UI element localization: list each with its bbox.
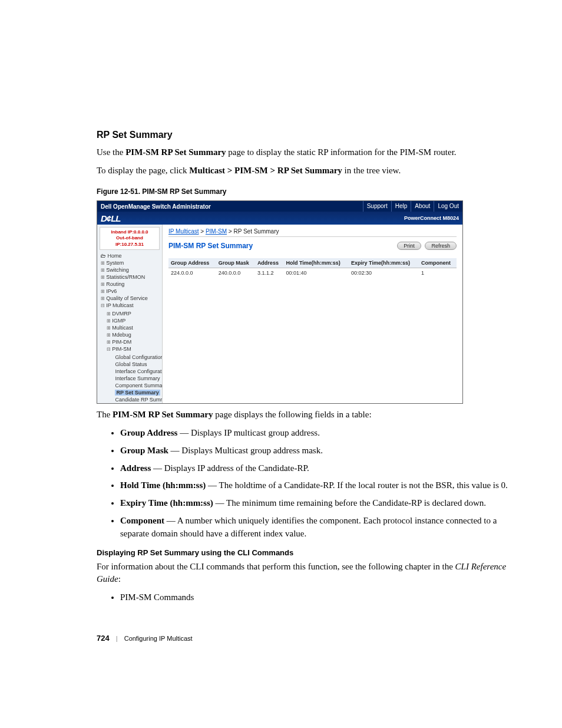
td-expiry-time: 00:02:30 [349, 268, 419, 278]
nav-paragraph: To display the page, click Multicast > P… [97, 164, 510, 177]
th-group-mask: Group Mask [216, 258, 255, 268]
cli-bullet: PIM-SM Commands [120, 591, 510, 604]
field-group-mask: Group Mask — Displays Multicast group ad… [120, 444, 510, 457]
crumb-pimsm[interactable]: PIM-SM [206, 228, 227, 235]
tree-dvmrp[interactable]: DVMRP [107, 310, 162, 317]
tree-routing[interactable]: Routing [101, 281, 162, 288]
after-pre: The [97, 410, 113, 419]
page-footer: 724 | Configuring IP Multicast [97, 634, 510, 643]
tree-stats[interactable]: Statistics/RMON [101, 274, 162, 281]
dell-logo: D¢LL [101, 213, 121, 223]
field-list: Group Address — Displays IP multicast gr… [97, 427, 510, 540]
nav-help[interactable]: Help [391, 201, 411, 212]
nav-support[interactable]: Support [363, 201, 391, 212]
tree-interface-summary[interactable]: Interface Summary [113, 375, 162, 382]
tree-ipv6[interactable]: IPv6 [101, 288, 162, 295]
field-expiry-time: Expiry Time (hh:mm:ss) — The minimum tim… [120, 497, 510, 510]
screenshot: Dell OpenManage Switch Administrator Sup… [97, 200, 463, 404]
print-button[interactable]: Print [397, 242, 421, 250]
tree-mdebug[interactable]: Mdebug [107, 331, 162, 338]
tree-system[interactable]: System [101, 259, 162, 266]
tree-component-summary[interactable]: Component Summary [113, 382, 162, 389]
content-page-title: PIM-SM RP Set Summary [168, 242, 253, 250]
tree-pimsm[interactable]: PIM-SM [107, 345, 162, 353]
crumb-current: RP Set Summary [233, 228, 279, 235]
tree-igmp[interactable]: IGMP [107, 317, 162, 324]
nav-post: in the tree view. [342, 166, 401, 175]
tree-multicast[interactable]: Multicast [107, 324, 162, 331]
nav-bold: Multicast > PIM-SM > RP Set Summary [189, 166, 342, 175]
after-shot-paragraph: The PIM-SM RP Set Summary page displays … [97, 409, 510, 421]
tree-global-config[interactable]: Global Configuration [113, 354, 162, 361]
breadcrumb: IP Multicast > PIM-SM > RP Set Summary [168, 228, 457, 237]
intro-paragraph: Use the PIM-SM RP Set Summary page to di… [97, 146, 510, 159]
td-address: 3.1.1.2 [255, 268, 284, 278]
tree-home[interactable]: 🗁 Home [101, 252, 162, 259]
tree-qos[interactable]: Quality of Service [101, 295, 162, 302]
footer-chapter: Configuring IP Multicast [124, 635, 193, 642]
nav-logout[interactable]: Log Out [434, 201, 462, 212]
tree-switching[interactable]: Switching [101, 266, 162, 274]
tree-candidate-rp[interactable]: Candidate RP Summ [113, 396, 162, 403]
after-bold: PIM-SM RP Set Summary [113, 410, 213, 419]
oob-ip: Out-of-band IP:10.27.5.31 [103, 235, 157, 248]
cli-heading: Displaying RP Set Summary using the CLI … [97, 548, 510, 557]
nav-tree: Inband IP:0.0.0.0 Out-of-band IP:10.27.5… [97, 225, 163, 403]
crumb-ipmulticast[interactable]: IP Multicast [168, 228, 199, 235]
app-title: Dell OpenManage Switch Administrator [97, 203, 211, 210]
th-address: Address [255, 258, 284, 268]
td-group-address: 224.0.0.0 [168, 268, 216, 278]
nav-about[interactable]: About [411, 201, 434, 212]
refresh-button[interactable]: Refresh [425, 242, 457, 250]
tree-global-status[interactable]: Global Status [113, 361, 162, 368]
tree-interface-config[interactable]: Interface Configuration [113, 368, 162, 375]
th-group-address: Group Address [168, 258, 216, 268]
cli-pre: For information about the CLI commands t… [97, 562, 455, 571]
ip-info-box: Inband IP:0.0.0.0 Out-of-band IP:10.27.5… [100, 227, 160, 250]
section-title: RP Set Summary [97, 130, 510, 140]
intro-post: page to display the static RP informatio… [226, 147, 457, 157]
field-component: Component — A number which uniquely iden… [120, 515, 510, 541]
rp-set-table: Group Address Group Mask Address Hold Ti… [168, 258, 457, 278]
field-address: Address — Displays IP address of the Can… [120, 462, 510, 475]
inband-ip: Inband IP:0.0.0.0 [103, 229, 157, 235]
td-group-mask: 240.0.0.0 [216, 268, 255, 278]
page-number: 724 [97, 634, 110, 643]
field-hold-time: Hold Time (hh:mm:ss) — The holdtime of a… [120, 479, 510, 492]
td-hold-time: 00:01:40 [283, 268, 349, 278]
intro-pre: Use the [97, 147, 125, 157]
footer-sep: | [116, 635, 118, 642]
cli-post: : [118, 574, 121, 584]
after-post: page displays the following fields in a … [213, 410, 371, 419]
th-component: Component [419, 258, 457, 268]
th-expiry-time: Expiry Time(hh:mm:ss) [349, 258, 419, 268]
nav-pre: To display the page, click [97, 166, 189, 175]
figure-caption: Figure 12-51. PIM-SM RP Set Summary [97, 187, 510, 196]
tree-pimdm[interactable]: PIM-DM [107, 338, 162, 345]
cli-paragraph: For information about the CLI commands t… [97, 561, 510, 585]
tree-ipmulticast[interactable]: IP Multicast [101, 302, 162, 309]
table-row: 224.0.0.0 240.0.0.0 3.1.1.2 00:01:40 00:… [168, 268, 457, 278]
tree-rp-set-summary[interactable]: RP Set Summary [113, 389, 162, 396]
td-component: 1 [419, 268, 457, 278]
model-label: PowerConnect M8024 [404, 215, 459, 221]
th-hold-time: Hold Time(hh:mm:ss) [283, 258, 349, 268]
field-group-address: Group Address — Displays IP multicast gr… [120, 427, 510, 440]
intro-bold: PIM-SM RP Set Summary [125, 147, 226, 157]
cli-bullet-list: PIM-SM Commands [97, 591, 510, 604]
